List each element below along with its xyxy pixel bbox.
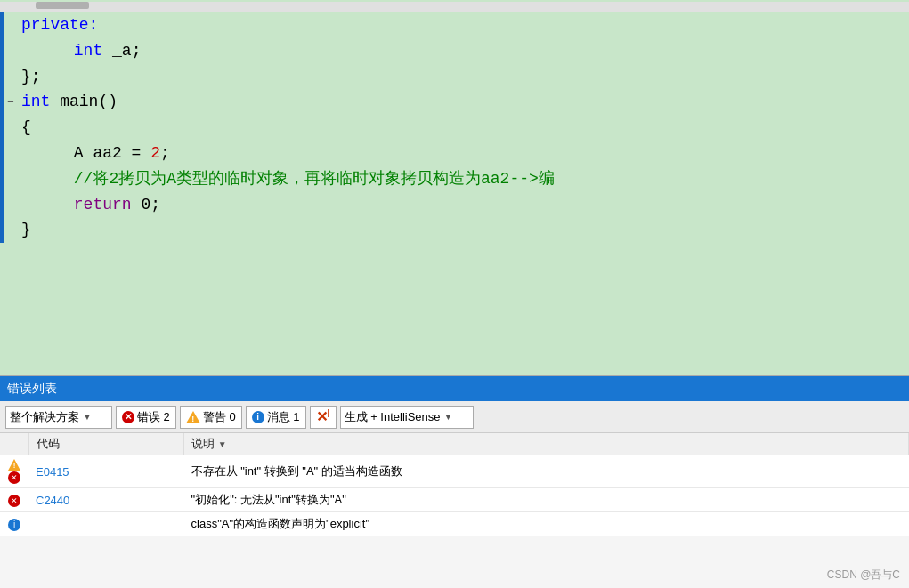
warning-count-button[interactable]: ! 警告 0: [180, 406, 242, 429]
left-blue-bar: [0, 12, 4, 243]
row-description: "初始化": 无法从"int"转换为"A": [184, 488, 909, 512]
code-line: private:: [4, 12, 909, 38]
error-toolbar: 整个解决方案 ▼ ✕ 错误 2 ! 警告 0 i 消息 1 ✕| 生成 + In…: [0, 401, 909, 433]
error-icon: ✕: [122, 411, 134, 423]
row-code: E0415: [28, 455, 184, 488]
table-row[interactable]: i class"A"的构造函数声明为"explicit": [0, 512, 909, 536]
table-row[interactable]: ! ✕ E0415 不存在从 "int" 转换到 "A" 的适当构造函数: [0, 455, 909, 488]
line-content: {: [18, 115, 909, 141]
row-description: 不存在从 "int" 转换到 "A" 的适当构造函数: [184, 455, 909, 488]
col-header-description[interactable]: 说明 ▼: [184, 433, 909, 455]
code-line: − int main(): [4, 89, 909, 115]
keyword-int-main: int: [21, 93, 50, 110]
table-row[interactable]: ✕ C2440 "初始化": 无法从"int"转换为"A": [0, 488, 909, 512]
code-text: }: [21, 221, 31, 238]
filter-button[interactable]: ✕|: [310, 406, 337, 429]
watermark: CSDN @吾与C: [827, 568, 900, 583]
solution-scope-dropdown[interactable]: 整个解决方案 ▼: [5, 406, 112, 429]
warning-icon-small: !: [8, 459, 20, 471]
keyword-int: int: [74, 42, 102, 60]
row-description: class"A"的构造函数声明为"explicit": [184, 512, 909, 536]
error-count-label: 错误 2: [137, 409, 170, 425]
code-number: 2: [150, 144, 160, 162]
scrollbar-thumb[interactable]: [36, 2, 89, 9]
warning-error-icon: ! ✕: [7, 459, 21, 484]
dropdown-arrow-icon: ▼: [83, 412, 92, 422]
code-text: ;: [160, 144, 170, 162]
code-line: };: [4, 64, 909, 90]
row-icon-cell: i: [0, 512, 28, 536]
code-line: int _a;: [4, 38, 909, 64]
solution-scope-label: 整个解决方案: [10, 409, 79, 425]
code-text: 0;: [141, 196, 160, 213]
error-panel: 错误列表 整个解决方案 ▼ ✕ 错误 2 ! 警告 0 i 消息 1 ✕: [0, 375, 909, 588]
error-code-link[interactable]: C2440: [36, 494, 69, 507]
line-collapse[interactable]: −: [4, 94, 18, 113]
code-line: }: [4, 217, 909, 243]
error-table: 代码 说明 ▼ ! ✕ E0415: [0, 433, 909, 536]
error-code-link[interactable]: E0415: [36, 465, 69, 479]
row-icon-cell: ! ✕: [0, 455, 28, 488]
code-text: A aa2 =: [74, 144, 150, 162]
sort-arrow-icon: ▼: [218, 439, 227, 449]
error-panel-header: 错误列表: [0, 376, 909, 401]
line-content: private:: [18, 12, 909, 38]
line-content: return 0;: [18, 192, 909, 218]
row-code: C2440: [28, 488, 184, 512]
code-text: _a;: [112, 42, 141, 60]
scrollbar-top[interactable]: [0, 2, 909, 12]
error-count-button[interactable]: ✕ 错误 2: [116, 406, 176, 429]
col-header-code[interactable]: 代码: [28, 433, 184, 455]
row-icon-cell: ✕: [0, 488, 28, 512]
keyword-private: private:: [21, 16, 98, 34]
code-line: {: [4, 115, 909, 141]
line-content: };: [18, 64, 909, 90]
info-icon: i: [252, 411, 264, 423]
line-content: int _a;: [18, 38, 909, 64]
info-count-button[interactable]: i 消息 1: [246, 406, 306, 429]
row-code: [28, 512, 184, 536]
code-line: //将2拷贝为A类型的临时对象，再将临时对象拷贝构造为aa2-->编: [4, 166, 909, 192]
build-scope-dropdown[interactable]: 生成 + IntelliSense ▼: [340, 406, 474, 429]
error-icon-small: ✕: [8, 471, 20, 484]
line-content: //将2拷贝为A类型的临时对象，再将临时对象拷贝构造为aa2-->编: [18, 166, 909, 192]
code-line: A aa2 = 2;: [4, 141, 909, 166]
error-panel-title: 错误列表: [7, 381, 57, 397]
error-icon-small: ✕: [8, 495, 20, 507]
code-editor: private: int _a; }; −: [0, 0, 909, 356]
info-count-label: 消息 1: [267, 409, 300, 425]
warning-count-label: 警告 0: [203, 409, 236, 425]
build-dropdown-arrow-icon: ▼: [444, 412, 453, 422]
code-text: };: [21, 68, 41, 85]
code-lines: private: int _a; }; −: [4, 12, 909, 243]
warning-icon: !: [186, 410, 200, 424]
line-content: A aa2 = 2;: [18, 141, 909, 166]
watermark-text: CSDN @吾与C: [827, 568, 900, 581]
code-line: return 0;: [4, 192, 909, 218]
table-header-row: 代码 说明 ▼: [0, 433, 909, 455]
col-header-icon: [0, 433, 28, 455]
info-icon-small: i: [8, 519, 20, 531]
line-content: int main(): [18, 89, 909, 115]
code-comment: //将2拷贝为A类型的临时对象，再将临时对象拷贝构造为aa2-->编: [74, 170, 555, 188]
keyword-return: return: [74, 196, 132, 213]
code-text: {: [21, 118, 31, 136]
line-content: }: [18, 217, 909, 243]
filter-icon: ✕|: [316, 408, 330, 425]
build-scope-label: 生成 + IntelliSense: [345, 409, 441, 425]
code-text: main(): [60, 93, 118, 110]
